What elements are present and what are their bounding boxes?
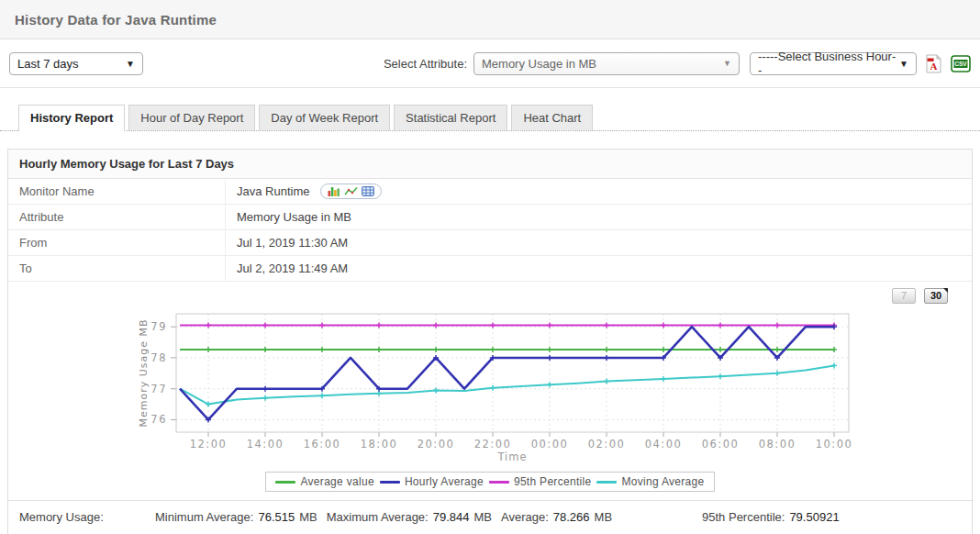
summary-label: 95th Percentile: — [702, 510, 785, 524]
tab-day-of-week-report[interactable]: Day of Week Report — [259, 105, 390, 130]
legend-label: Hourly Average — [405, 475, 484, 488]
row-value: Jul 1, 2019 11:30 AM — [226, 230, 348, 255]
summary-max-average: Maximum Average:79.844MB — [327, 510, 492, 524]
summary-value: 79.844 — [433, 510, 470, 524]
chevron-down-icon: ▼ — [899, 59, 908, 69]
svg-text:A: A — [930, 61, 938, 72]
table-row-monitor-name: Monitor Name Java Runtime — [8, 179, 972, 205]
svg-text:22:00: 22:00 — [474, 438, 512, 451]
tab-statistical-report[interactable]: Statistical Report — [394, 105, 507, 130]
svg-text:20:00: 20:00 — [418, 438, 455, 451]
legend-item: Average value — [275, 475, 373, 488]
business-hour-select[interactable]: -----Select Business Hour-- ▼ — [750, 52, 917, 75]
svg-text:Time: Time — [496, 451, 527, 463]
svg-text:06:00: 06:00 — [702, 438, 740, 451]
range-30-label: 30 — [930, 290, 941, 301]
chevron-down-icon: ▼ — [723, 59, 731, 68]
range-7-button[interactable]: 7 — [892, 288, 916, 304]
summary-unit: MB — [595, 510, 613, 524]
svg-text:Memory Usage MB: Memory Usage MB — [138, 318, 150, 427]
summary-95th-percentile: 95th Percentile:79.50921 — [702, 510, 840, 524]
summary-average: Average:78.266MB — [501, 510, 612, 524]
time-period-value: Last 7 days — [17, 57, 79, 71]
svg-text:78: 78 — [150, 351, 167, 364]
report-panel: Hourly Memory Usage for Last 7 Days Moni… — [7, 149, 973, 534]
legend-label: Average value — [300, 475, 373, 488]
page-title: History Data for Java Runtime — [15, 12, 217, 28]
row-label: From — [8, 230, 226, 255]
report-title: Hourly Memory Usage for Last 7 Days — [8, 150, 972, 179]
pdf-export-icon[interactable]: A — [925, 54, 942, 73]
attribute-select[interactable]: Memory Usage in MB ▼ — [473, 52, 740, 75]
svg-text:CSV: CSV — [954, 61, 967, 67]
select-attribute-label: Select Attribute: — [384, 57, 467, 71]
summary-unit: MB — [473, 510, 492, 524]
summary-label: Average: — [501, 510, 549, 524]
legend-dash-icon — [275, 481, 295, 484]
svg-text:02:00: 02:00 — [588, 438, 626, 451]
svg-text:79: 79 — [150, 320, 167, 333]
svg-text:77: 77 — [150, 383, 167, 395]
svg-text:76: 76 — [150, 413, 167, 426]
monitor-chart-shortcuts — [320, 184, 382, 199]
summary-value: 78.266 — [553, 510, 590, 524]
legend-dash-icon — [380, 481, 400, 484]
summary-label: Maximum Average: — [327, 510, 429, 524]
legend-label: 95th Percentile — [514, 475, 592, 488]
legend-item: Hourly Average — [380, 475, 484, 488]
svg-text:04:00: 04:00 — [645, 438, 683, 451]
csv-export-icon[interactable]: CSV — [951, 55, 971, 72]
toolbar: Last 7 days ▼ Select Attribute: Memory U… — [0, 39, 980, 88]
line-chart-icon[interactable] — [344, 186, 358, 196]
table-row-to: To Jul 2, 2019 11:49 AM — [8, 256, 972, 282]
chevron-down-icon: ▼ — [126, 59, 135, 69]
summary-min-average: Minimum Average:76.515MB — [155, 510, 317, 524]
svg-text:00:00: 00:00 — [531, 438, 569, 451]
bar-chart-icon[interactable] — [328, 186, 340, 196]
svg-text:18:00: 18:00 — [361, 438, 398, 451]
row-value: Memory Usage in MB — [226, 205, 351, 229]
summary-value: 79.50921 — [789, 510, 839, 524]
chart-legend: Average valueHourly Average95th Percenti… — [265, 472, 714, 492]
legend-dash-icon — [596, 481, 617, 484]
history-chart: 7677787912:0014:0016:0018:0020:0022:0000… — [8, 307, 972, 467]
row-value: Java Runtime — [226, 179, 382, 204]
row-label: Monitor Name — [8, 179, 226, 204]
business-hour-value: -----Select Business Hour-- — [758, 50, 899, 77]
row-value: Jul 2, 2019 11:49 AM — [226, 256, 348, 281]
tab-heat-chart[interactable]: Heat Chart — [511, 105, 593, 130]
data-table-icon[interactable] — [362, 186, 374, 196]
legend-label: Moving Average — [621, 475, 704, 488]
range-flag-icon — [943, 288, 948, 293]
row-label: To — [8, 256, 226, 281]
time-period-select[interactable]: Last 7 days ▼ — [9, 52, 143, 75]
svg-text:16:00: 16:00 — [304, 438, 341, 451]
page-header: History Data for Java Runtime — [0, 0, 980, 39]
tab-history-report[interactable]: History Report — [18, 105, 125, 131]
summary-prefix: Memory Usage: — [19, 510, 155, 524]
table-row-attribute: Attribute Memory Usage in MB — [8, 205, 972, 230]
summary-value: 76.515 — [258, 510, 295, 524]
report-tabs: History Report Hour of Day Report Day of… — [0, 105, 980, 131]
attribute-select-value: Memory Usage in MB — [482, 57, 596, 71]
svg-text:08:00: 08:00 — [759, 438, 796, 451]
row-label: Attribute — [8, 205, 226, 229]
svg-text:14:00: 14:00 — [247, 438, 284, 451]
svg-text:10:00: 10:00 — [816, 438, 853, 451]
table-row-from: From Jul 1, 2019 11:30 AM — [8, 230, 972, 256]
legend-dash-icon — [489, 481, 509, 484]
summary-label: Minimum Average: — [155, 510, 253, 524]
range-30-button[interactable]: 30 — [924, 288, 948, 304]
svg-text:12:00: 12:00 — [190, 438, 228, 451]
tab-hour-of-day-report[interactable]: Hour of Day Report — [128, 105, 255, 130]
summary-row: Memory Usage: Minimum Average:76.515MB M… — [8, 500, 972, 534]
chart-canvas: 7677787912:0014:0016:0018:0020:0022:0000… — [8, 307, 972, 467]
legend-item: 95th Percentile — [489, 475, 592, 488]
range-buttons: 7 30 — [8, 282, 972, 307]
legend-item: Moving Average — [596, 475, 704, 488]
summary-unit: MB — [299, 510, 317, 524]
monitor-name-value: Java Runtime — [237, 184, 309, 198]
